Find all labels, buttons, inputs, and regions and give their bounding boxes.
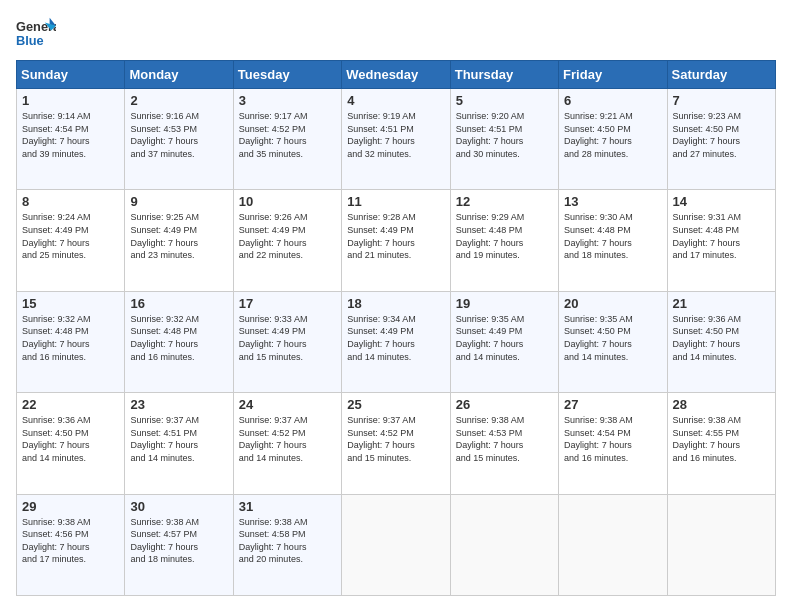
day-header-saturday: Saturday [667, 61, 775, 89]
calendar-cell: 20Sunrise: 9:35 AMSunset: 4:50 PMDayligh… [559, 291, 667, 392]
calendar-cell: 4Sunrise: 9:19 AMSunset: 4:51 PMDaylight… [342, 89, 450, 190]
calendar-cell: 17Sunrise: 9:33 AMSunset: 4:49 PMDayligh… [233, 291, 341, 392]
cell-sun-info: Sunrise: 9:38 AMSunset: 4:57 PMDaylight:… [130, 517, 199, 565]
calendar-cell: 31Sunrise: 9:38 AMSunset: 4:58 PMDayligh… [233, 494, 341, 595]
calendar-cell [342, 494, 450, 595]
day-number: 9 [130, 194, 227, 209]
calendar-cell: 19Sunrise: 9:35 AMSunset: 4:49 PMDayligh… [450, 291, 558, 392]
cell-sun-info: Sunrise: 9:38 AMSunset: 4:54 PMDaylight:… [564, 415, 633, 463]
calendar-week-row: 22Sunrise: 9:36 AMSunset: 4:50 PMDayligh… [17, 393, 776, 494]
cell-sun-info: Sunrise: 9:37 AMSunset: 4:52 PMDaylight:… [239, 415, 308, 463]
cell-sun-info: Sunrise: 9:21 AMSunset: 4:50 PMDaylight:… [564, 111, 633, 159]
header: General Blue [16, 16, 776, 50]
day-number: 30 [130, 499, 227, 514]
day-number: 2 [130, 93, 227, 108]
cell-sun-info: Sunrise: 9:29 AMSunset: 4:48 PMDaylight:… [456, 212, 525, 260]
day-number: 19 [456, 296, 553, 311]
calendar-cell: 11Sunrise: 9:28 AMSunset: 4:49 PMDayligh… [342, 190, 450, 291]
calendar-cell: 16Sunrise: 9:32 AMSunset: 4:48 PMDayligh… [125, 291, 233, 392]
cell-sun-info: Sunrise: 9:32 AMSunset: 4:48 PMDaylight:… [22, 314, 91, 362]
cell-sun-info: Sunrise: 9:35 AMSunset: 4:49 PMDaylight:… [456, 314, 525, 362]
calendar-cell: 28Sunrise: 9:38 AMSunset: 4:55 PMDayligh… [667, 393, 775, 494]
cell-sun-info: Sunrise: 9:32 AMSunset: 4:48 PMDaylight:… [130, 314, 199, 362]
day-number: 29 [22, 499, 119, 514]
cell-sun-info: Sunrise: 9:16 AMSunset: 4:53 PMDaylight:… [130, 111, 199, 159]
day-number: 22 [22, 397, 119, 412]
calendar-cell: 9Sunrise: 9:25 AMSunset: 4:49 PMDaylight… [125, 190, 233, 291]
day-number: 28 [673, 397, 770, 412]
calendar-week-row: 1Sunrise: 9:14 AMSunset: 4:54 PMDaylight… [17, 89, 776, 190]
cell-sun-info: Sunrise: 9:38 AMSunset: 4:58 PMDaylight:… [239, 517, 308, 565]
day-number: 23 [130, 397, 227, 412]
day-header-sunday: Sunday [17, 61, 125, 89]
day-number: 3 [239, 93, 336, 108]
cell-sun-info: Sunrise: 9:17 AMSunset: 4:52 PMDaylight:… [239, 111, 308, 159]
day-number: 20 [564, 296, 661, 311]
day-number: 13 [564, 194, 661, 209]
day-number: 10 [239, 194, 336, 209]
calendar-cell: 6Sunrise: 9:21 AMSunset: 4:50 PMDaylight… [559, 89, 667, 190]
calendar-table: SundayMondayTuesdayWednesdayThursdayFrid… [16, 60, 776, 596]
logo-icon: General Blue [16, 16, 56, 50]
cell-sun-info: Sunrise: 9:37 AMSunset: 4:51 PMDaylight:… [130, 415, 199, 463]
cell-sun-info: Sunrise: 9:25 AMSunset: 4:49 PMDaylight:… [130, 212, 199, 260]
day-number: 12 [456, 194, 553, 209]
cell-sun-info: Sunrise: 9:31 AMSunset: 4:48 PMDaylight:… [673, 212, 742, 260]
calendar-cell: 18Sunrise: 9:34 AMSunset: 4:49 PMDayligh… [342, 291, 450, 392]
day-number: 17 [239, 296, 336, 311]
calendar-cell: 7Sunrise: 9:23 AMSunset: 4:50 PMDaylight… [667, 89, 775, 190]
day-header-friday: Friday [559, 61, 667, 89]
day-number: 18 [347, 296, 444, 311]
day-number: 1 [22, 93, 119, 108]
calendar-cell: 8Sunrise: 9:24 AMSunset: 4:49 PMDaylight… [17, 190, 125, 291]
cell-sun-info: Sunrise: 9:23 AMSunset: 4:50 PMDaylight:… [673, 111, 742, 159]
cell-sun-info: Sunrise: 9:20 AMSunset: 4:51 PMDaylight:… [456, 111, 525, 159]
calendar-cell [450, 494, 558, 595]
day-number: 25 [347, 397, 444, 412]
day-number: 27 [564, 397, 661, 412]
day-number: 8 [22, 194, 119, 209]
cell-sun-info: Sunrise: 9:14 AMSunset: 4:54 PMDaylight:… [22, 111, 91, 159]
day-number: 26 [456, 397, 553, 412]
day-number: 6 [564, 93, 661, 108]
logo: General Blue [16, 16, 60, 50]
day-number: 31 [239, 499, 336, 514]
calendar-cell: 23Sunrise: 9:37 AMSunset: 4:51 PMDayligh… [125, 393, 233, 494]
calendar-cell: 22Sunrise: 9:36 AMSunset: 4:50 PMDayligh… [17, 393, 125, 494]
calendar-cell [667, 494, 775, 595]
day-header-wednesday: Wednesday [342, 61, 450, 89]
calendar-cell: 15Sunrise: 9:32 AMSunset: 4:48 PMDayligh… [17, 291, 125, 392]
cell-sun-info: Sunrise: 9:33 AMSunset: 4:49 PMDaylight:… [239, 314, 308, 362]
day-number: 14 [673, 194, 770, 209]
cell-sun-info: Sunrise: 9:37 AMSunset: 4:52 PMDaylight:… [347, 415, 416, 463]
cell-sun-info: Sunrise: 9:34 AMSunset: 4:49 PMDaylight:… [347, 314, 416, 362]
cell-sun-info: Sunrise: 9:28 AMSunset: 4:49 PMDaylight:… [347, 212, 416, 260]
cell-sun-info: Sunrise: 9:19 AMSunset: 4:51 PMDaylight:… [347, 111, 416, 159]
calendar-cell: 12Sunrise: 9:29 AMSunset: 4:48 PMDayligh… [450, 190, 558, 291]
calendar-cell: 1Sunrise: 9:14 AMSunset: 4:54 PMDaylight… [17, 89, 125, 190]
cell-sun-info: Sunrise: 9:36 AMSunset: 4:50 PMDaylight:… [22, 415, 91, 463]
day-number: 4 [347, 93, 444, 108]
day-header-monday: Monday [125, 61, 233, 89]
calendar-cell: 2Sunrise: 9:16 AMSunset: 4:53 PMDaylight… [125, 89, 233, 190]
day-header-thursday: Thursday [450, 61, 558, 89]
cell-sun-info: Sunrise: 9:36 AMSunset: 4:50 PMDaylight:… [673, 314, 742, 362]
calendar-cell [559, 494, 667, 595]
cell-sun-info: Sunrise: 9:24 AMSunset: 4:49 PMDaylight:… [22, 212, 91, 260]
calendar-cell: 30Sunrise: 9:38 AMSunset: 4:57 PMDayligh… [125, 494, 233, 595]
cell-sun-info: Sunrise: 9:38 AMSunset: 4:53 PMDaylight:… [456, 415, 525, 463]
page: General Blue SundayMondayTuesdayWednesda… [0, 0, 792, 612]
cell-sun-info: Sunrise: 9:35 AMSunset: 4:50 PMDaylight:… [564, 314, 633, 362]
cell-sun-info: Sunrise: 9:30 AMSunset: 4:48 PMDaylight:… [564, 212, 633, 260]
calendar-cell: 10Sunrise: 9:26 AMSunset: 4:49 PMDayligh… [233, 190, 341, 291]
calendar-week-row: 8Sunrise: 9:24 AMSunset: 4:49 PMDaylight… [17, 190, 776, 291]
svg-text:Blue: Blue [16, 33, 44, 48]
calendar-cell: 24Sunrise: 9:37 AMSunset: 4:52 PMDayligh… [233, 393, 341, 494]
calendar-cell: 27Sunrise: 9:38 AMSunset: 4:54 PMDayligh… [559, 393, 667, 494]
calendar-cell: 3Sunrise: 9:17 AMSunset: 4:52 PMDaylight… [233, 89, 341, 190]
day-number: 16 [130, 296, 227, 311]
calendar-cell: 29Sunrise: 9:38 AMSunset: 4:56 PMDayligh… [17, 494, 125, 595]
calendar-cell: 25Sunrise: 9:37 AMSunset: 4:52 PMDayligh… [342, 393, 450, 494]
cell-sun-info: Sunrise: 9:26 AMSunset: 4:49 PMDaylight:… [239, 212, 308, 260]
day-number: 11 [347, 194, 444, 209]
